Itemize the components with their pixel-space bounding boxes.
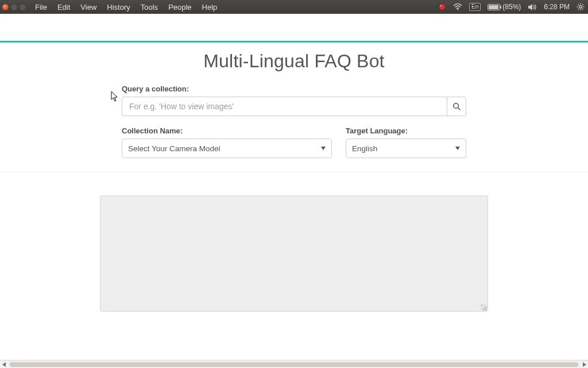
page-title: Multi-Lingual FAQ Bot — [0, 51, 588, 72]
clock[interactable]: 6:28 PM — [544, 3, 570, 11]
record-indicator-icon[interactable] — [438, 3, 446, 11]
menu-file[interactable]: File — [30, 2, 52, 13]
settings-gear-icon[interactable] — [577, 3, 585, 11]
search-icon — [452, 102, 461, 110]
scroll-left-arrow-icon[interactable] — [0, 361, 8, 368]
accent-divider — [0, 41, 588, 43]
svg-point-0 — [439, 4, 446, 10]
svg-line-11 — [578, 9, 579, 10]
battery-icon — [488, 4, 500, 10]
window-buttons — [2, 4, 26, 10]
collection-select[interactable]: Select Your Camera Model — [122, 139, 332, 158]
menu-view[interactable]: View — [76, 2, 101, 13]
volume-icon[interactable] — [528, 3, 537, 11]
window-minimize-button[interactable] — [11, 4, 17, 10]
app-menu-list: File Edit View History Tools People Help — [30, 2, 222, 13]
results-textarea[interactable] — [100, 195, 488, 312]
window-close-button[interactable] — [2, 4, 9, 10]
window-maximize-button[interactable] — [20, 4, 26, 10]
target-language-label: Target Language: — [346, 126, 466, 135]
search-button[interactable] — [447, 97, 466, 116]
scroll-right-arrow-icon[interactable] — [580, 361, 588, 368]
query-label: Query a collection: — [122, 85, 466, 93]
svg-point-2 — [457, 9, 458, 10]
menu-people[interactable]: People — [164, 2, 196, 13]
horizontal-scrollbar[interactable] — [0, 360, 588, 368]
svg-point-3 — [579, 6, 582, 8]
section-divider — [0, 172, 588, 172]
scrollbar-thumb[interactable] — [10, 362, 578, 367]
keyboard-lang-indicator[interactable]: En — [469, 3, 481, 11]
scrollbar-track[interactable] — [9, 362, 579, 367]
system-tray: En (85%) 6:28 PM — [438, 3, 585, 11]
wifi-icon[interactable] — [453, 3, 462, 10]
target-language-select[interactable]: English — [346, 139, 466, 158]
svg-line-10 — [582, 4, 583, 5]
battery-percent: (85%) — [502, 3, 521, 11]
menu-edit[interactable]: Edit — [53, 2, 75, 13]
query-input[interactable] — [122, 97, 447, 116]
collection-label: Collection Name: — [122, 126, 332, 135]
svg-line-8 — [578, 4, 579, 5]
svg-line-9 — [582, 9, 583, 10]
svg-line-13 — [458, 108, 461, 110]
menu-tools[interactable]: Tools — [136, 2, 163, 13]
menu-history[interactable]: History — [102, 2, 134, 13]
os-menubar: File Edit View History Tools People Help… — [0, 0, 588, 14]
svg-point-1 — [440, 5, 442, 6]
battery-indicator[interactable]: (85%) — [488, 3, 521, 11]
menu-help[interactable]: Help — [198, 2, 222, 13]
query-input-group — [122, 97, 466, 116]
